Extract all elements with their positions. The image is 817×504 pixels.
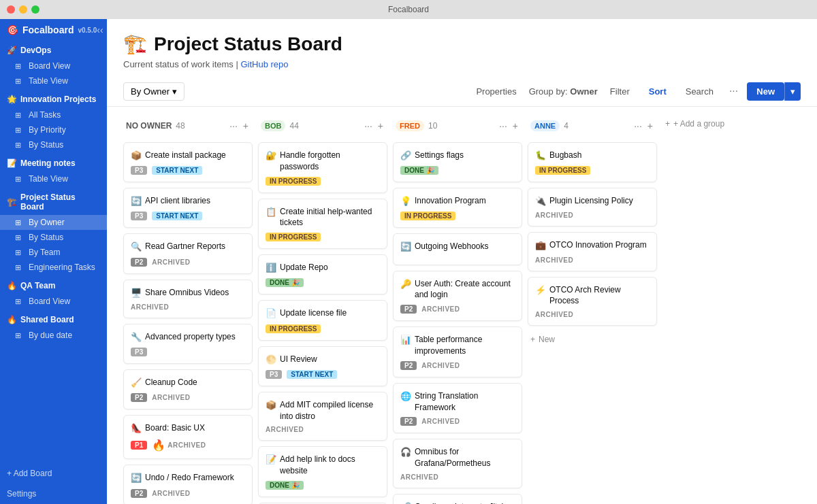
sidebar-item-by-status[interactable]: ⊞ By Status xyxy=(0,137,107,152)
page-header: 🏗️ Project Status Board Current status o… xyxy=(107,19,817,76)
sidebar-item-qa-board[interactable]: ⊞ Board View xyxy=(0,294,107,309)
search-button[interactable]: Search xyxy=(679,83,720,100)
card[interactable]: 📦 Create install package P3 START NEXT xyxy=(123,142,253,182)
page-emoji: 🏗️ xyxy=(123,33,147,55)
column-more-btn[interactable]: ··· xyxy=(228,119,239,133)
card-icon: 🔐 xyxy=(266,150,276,162)
column-header-no_owner: NO OWNER 48 ··· + xyxy=(123,115,253,137)
innovation-icon: 🌟 xyxy=(7,95,17,104)
sidebar-item-devops-board[interactable]: ⊞ Board View xyxy=(0,58,107,73)
github-link[interactable]: GitHub repo xyxy=(240,59,288,69)
sidebar-item-by-team[interactable]: ⊞ By Team xyxy=(0,245,107,260)
card[interactable]: 🔄 Outgoing Webhooks xyxy=(393,233,522,265)
badges-row: IN PROGRESS xyxy=(535,166,650,175)
sidebar-item-eng-tasks[interactable]: ⊞ Engineering Tasks xyxy=(0,260,107,275)
group-by-button[interactable]: By Owner ▾ xyxy=(123,82,185,101)
properties-button[interactable]: Properties xyxy=(469,83,523,100)
card[interactable]: 👠 Board: Basic UX P1🔥 ARCHIVED xyxy=(123,415,253,459)
sidebar-group-project[interactable]: 🏗️ Project Status Board xyxy=(0,189,107,215)
sidebar-item-by-priority[interactable]: ⊞ By Priority xyxy=(0,122,107,137)
card[interactable]: 🐛 Bugbash IN PROGRESS xyxy=(528,142,657,182)
card[interactable]: 🌕 UI Review P3 START NEXT xyxy=(258,346,387,386)
status-badge: ARCHIVED xyxy=(152,490,190,497)
sidebar-item-label: By Team xyxy=(29,248,60,257)
card[interactable]: 🔗 Omnibus - Integrate Jitsi ARCHIVED xyxy=(393,494,522,504)
card[interactable]: 🌐 String Translation Framework P2 ARCHIV… xyxy=(393,383,522,434)
card[interactable]: 🔄 API client libraries P3 START NEXT xyxy=(123,188,253,228)
grid-icon: ⊞ xyxy=(15,233,25,242)
card[interactable]: 📋 Create initial help-wanted tickets IN … xyxy=(258,199,387,250)
card-title-text: String Translation Framework xyxy=(415,390,515,414)
grid-icon: ⊞ xyxy=(15,126,25,135)
sidebar-item-devops-table[interactable]: ⊞ Table View xyxy=(0,73,107,88)
status-badge: DONE 🎉 xyxy=(400,166,438,175)
sidebar-item-by-owner[interactable]: ⊞ By Owner xyxy=(0,215,107,230)
filter-button[interactable]: Filter xyxy=(603,83,637,100)
sidebar-item-meeting-table[interactable]: ⊞ Table View xyxy=(0,171,107,186)
grid-icon: ⊞ xyxy=(15,62,25,71)
sidebar-item-project-by-status[interactable]: ⊞ By Status xyxy=(0,230,107,245)
status-badge: START NEXT xyxy=(152,212,202,220)
minimize-btn[interactable] xyxy=(19,5,27,14)
card[interactable]: 🔍 Read Gartner Reports P2 ARCHIVED xyxy=(123,233,253,273)
badges-row: P3 START NEXT xyxy=(131,166,245,175)
more-options-button[interactable]: ··· xyxy=(726,82,741,101)
card-title: 🐛 Bugbash xyxy=(535,150,650,162)
new-button[interactable]: New xyxy=(747,82,784,101)
sort-button[interactable]: Sort xyxy=(642,83,673,100)
maximize-btn[interactable] xyxy=(31,5,39,14)
column-add-btn[interactable]: + xyxy=(646,119,654,133)
card[interactable]: 💡 Innovation Program IN PROGRESS xyxy=(393,188,522,228)
sidebar-group-meeting[interactable]: 📝 Meeting notes xyxy=(0,155,107,171)
card-title-text: Innovation Program xyxy=(415,195,486,207)
column-more-btn[interactable]: ··· xyxy=(632,119,643,133)
card-title: 🔗 Omnibus - Integrate Jitsi xyxy=(400,501,515,504)
card[interactable]: 🔄 Undo / Redo Framework P2 ARCHIVED xyxy=(123,465,253,504)
sidebar-item-by-due-date[interactable]: ⊞ By due date xyxy=(0,328,107,343)
card-icon: 📦 xyxy=(266,399,276,411)
sidebar-item-label: Table View xyxy=(29,76,68,86)
grid-icon: ⊞ xyxy=(15,331,25,340)
sidebar-group-innovation[interactable]: 🌟 Innovation Projects xyxy=(0,91,107,107)
app-logo: 🎯 Focalboard v0.5.0 xyxy=(7,24,97,35)
card[interactable]: ℹ️ Update Repo DONE 🎉 xyxy=(258,254,387,295)
add-card-button[interactable]: +New xyxy=(528,331,657,348)
sidebar-group-shared[interactable]: 🔥 Shared Board xyxy=(0,312,107,328)
card[interactable]: 🔌 Plugin Licensing Policy ARCHIVED xyxy=(528,188,657,226)
card[interactable]: 🔧 Advanced property types P3 xyxy=(123,324,253,364)
card[interactable]: 💼 OTCO Innovation Program ARCHIVED xyxy=(528,232,657,271)
card[interactable]: 🔑 User Auth: Create account and login P2… xyxy=(393,271,522,322)
card[interactable]: 📄 Update license file IN PROGRESS xyxy=(258,300,387,340)
card[interactable]: 🧹 Cleanup Code P2 ARCHIVED xyxy=(123,369,253,409)
card[interactable]: 🖥️ Share Omnibus Videos ARCHIVED xyxy=(123,280,253,318)
column-label: ANNE xyxy=(530,120,560,131)
column-header-bob: BOB 44 ··· + xyxy=(258,115,387,137)
grid-icon: ⊞ xyxy=(15,111,25,120)
badges-row: ARCHIVED xyxy=(535,256,650,264)
sidebar-collapse-btn[interactable]: ‹‹ xyxy=(97,24,103,35)
column-more-btn[interactable]: ··· xyxy=(363,119,374,133)
close-btn[interactable] xyxy=(7,5,15,14)
add-board-btn[interactable]: + Add Board xyxy=(0,463,107,484)
card[interactable]: 📝 Add help link to docs website DONE 🎉 xyxy=(258,446,387,497)
badges-row: P2 ARCHIVED xyxy=(400,305,515,314)
column-add-btn[interactable]: + xyxy=(242,119,250,133)
settings-btn[interactable]: Settings xyxy=(0,484,107,504)
card[interactable]: 📦 Add MIT compiled license into distro A… xyxy=(258,392,387,441)
sidebar-item-all-tasks[interactable]: ⊞ All Tasks xyxy=(0,107,107,122)
card[interactable]: ⚡ OTCO Arch Review Process ARCHIVED xyxy=(528,277,657,326)
sidebar-item-label: All Tasks xyxy=(29,110,61,120)
card[interactable]: 🔗 Settings flags DONE 🎉 xyxy=(393,142,522,182)
sidebar-group-devops[interactable]: 🚀 DevOps xyxy=(0,42,107,58)
column-no_owner: NO OWNER 48 ··· + 📦 Create install packa… xyxy=(123,115,253,504)
add-group-button[interactable]: ++ Add a group xyxy=(662,115,727,133)
new-button-dropdown[interactable]: ▾ xyxy=(784,82,801,101)
card[interactable]: 📊 Table performance improvements P2 ARCH… xyxy=(393,326,522,377)
card[interactable]: 🔐 Handle forgotten passwords IN PROGRESS xyxy=(258,142,387,193)
card[interactable]: 🎧 Omnibus for Grafana/Pormetheus ARCHIVE… xyxy=(393,439,522,488)
sidebar-group-qa[interactable]: 🔥 QA Team xyxy=(0,278,107,294)
column-add-btn[interactable]: + xyxy=(511,119,519,133)
column-more-btn[interactable]: ··· xyxy=(498,119,509,133)
page-title-row: 🏗️ Project Status Board xyxy=(123,33,801,55)
column-add-btn[interactable]: + xyxy=(377,119,385,133)
